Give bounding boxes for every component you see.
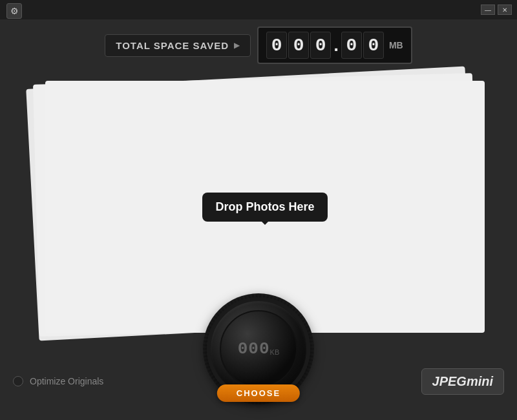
digit-5: 0 [363,32,384,59]
brand-text: JPEGmini [432,374,493,388]
optimize-label: Optimize Originals [30,376,103,386]
settings-button[interactable]: ⚙ [6,3,22,19]
close-button[interactable]: ✕ [498,5,512,15]
title-bar: ⚙ — ✕ [0,0,517,19]
knob-inner: 0 0 0 KB [220,310,297,388]
knob-digit-1: 0 [238,339,248,359]
digit-4: 0 [341,32,362,59]
drop-tooltip: Drop Photos Here [202,193,327,222]
brand-logo: JPEGmini [421,368,504,395]
knob-unit: KB [270,348,280,356]
knob-outer: 0 0 0 KB CHOOSE [207,297,310,401]
optimize-row: Optimize Originals [13,376,103,386]
drop-text: Drop Photos Here [215,200,314,213]
knob-display: 0 0 0 KB [238,339,280,359]
header: TOTAL SPACE SAVED ▶ 0 0 0 . 0 0 MB [0,19,517,71]
optimize-checkbox[interactable] [13,376,23,386]
decimal-dot: . [333,35,339,56]
knob-digit-3: 0 [259,339,269,359]
gear-icon: ⚙ [10,6,19,16]
window-controls: — ✕ [481,5,512,15]
knob-container: 0 0 0 KB CHOOSE [207,297,310,414]
counter-unit: MB [389,40,403,50]
digit-1: 0 [266,32,287,59]
digit-2: 0 [288,32,309,59]
minimize-button[interactable]: — [481,5,495,15]
total-space-text: TOTAL SPACE SAVED [116,40,229,51]
digit-3: 0 [310,32,331,59]
counter-display: 0 0 0 . 0 0 MB [257,26,412,64]
play-icon: ▶ [234,41,240,50]
choose-button[interactable]: CHOOSE [217,384,300,402]
bottom-area: Optimize Originals 0 0 0 KB CHOOSE JPEGm… [0,342,517,420]
knob-digit-2: 0 [248,339,258,359]
total-space-label-box: TOTAL SPACE SAVED ▶ [105,34,251,57]
